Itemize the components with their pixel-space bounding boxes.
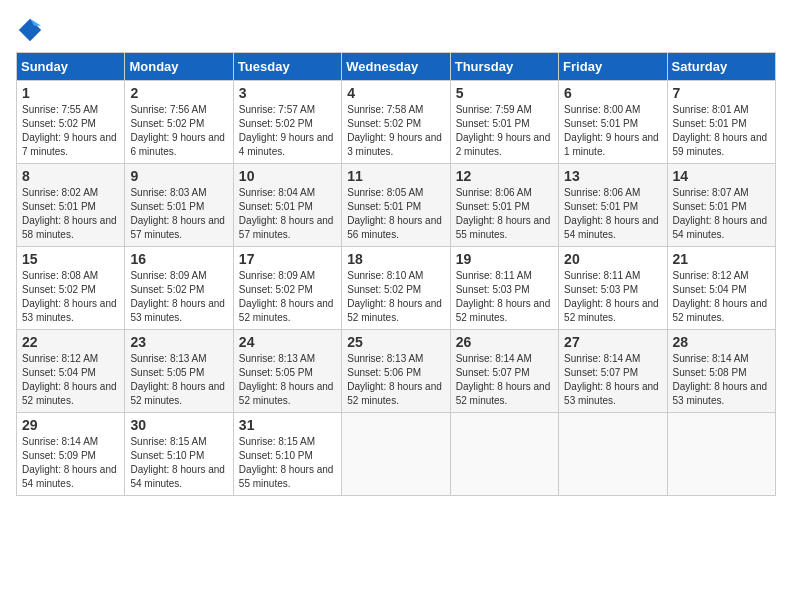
calendar-cell: 22 Sunrise: 8:12 AMSunset: 5:04 PMDaylig…: [17, 330, 125, 413]
calendar-cell: 27 Sunrise: 8:14 AMSunset: 5:07 PMDaylig…: [559, 330, 667, 413]
logo-icon: [16, 16, 44, 44]
day-number: 12: [456, 168, 553, 184]
calendar-cell: 24 Sunrise: 8:13 AMSunset: 5:05 PMDaylig…: [233, 330, 341, 413]
calendar-cell: 26 Sunrise: 8:14 AMSunset: 5:07 PMDaylig…: [450, 330, 558, 413]
calendar-cell: 6 Sunrise: 8:00 AMSunset: 5:01 PMDayligh…: [559, 81, 667, 164]
day-info: Sunrise: 8:12 AMSunset: 5:04 PMDaylight:…: [22, 352, 119, 408]
day-info: Sunrise: 8:14 AMSunset: 5:07 PMDaylight:…: [456, 352, 553, 408]
day-info: Sunrise: 8:08 AMSunset: 5:02 PMDaylight:…: [22, 269, 119, 325]
calendar-cell: 9 Sunrise: 8:03 AMSunset: 5:01 PMDayligh…: [125, 164, 233, 247]
day-info: Sunrise: 8:11 AMSunset: 5:03 PMDaylight:…: [564, 269, 661, 325]
day-number: 17: [239, 251, 336, 267]
calendar-cell: 20 Sunrise: 8:11 AMSunset: 5:03 PMDaylig…: [559, 247, 667, 330]
day-info: Sunrise: 8:07 AMSunset: 5:01 PMDaylight:…: [673, 186, 770, 242]
calendar-cell: 19 Sunrise: 8:11 AMSunset: 5:03 PMDaylig…: [450, 247, 558, 330]
day-info: Sunrise: 8:14 AMSunset: 5:09 PMDaylight:…: [22, 435, 119, 491]
day-info: Sunrise: 7:58 AMSunset: 5:02 PMDaylight:…: [347, 103, 444, 159]
calendar-cell: 4 Sunrise: 7:58 AMSunset: 5:02 PMDayligh…: [342, 81, 450, 164]
calendar-cell: 31 Sunrise: 8:15 AMSunset: 5:10 PMDaylig…: [233, 413, 341, 496]
day-number: 25: [347, 334, 444, 350]
calendar-cell: [559, 413, 667, 496]
day-info: Sunrise: 8:02 AMSunset: 5:01 PMDaylight:…: [22, 186, 119, 242]
calendar-cell: [342, 413, 450, 496]
calendar-week-row: 22 Sunrise: 8:12 AMSunset: 5:04 PMDaylig…: [17, 330, 776, 413]
day-number: 3: [239, 85, 336, 101]
day-number: 31: [239, 417, 336, 433]
calendar-day-header: Sunday: [17, 53, 125, 81]
day-info: Sunrise: 8:15 AMSunset: 5:10 PMDaylight:…: [239, 435, 336, 491]
day-info: Sunrise: 8:13 AMSunset: 5:05 PMDaylight:…: [130, 352, 227, 408]
svg-marker-0: [19, 19, 41, 41]
day-info: Sunrise: 8:13 AMSunset: 5:05 PMDaylight:…: [239, 352, 336, 408]
page-header: [16, 16, 776, 44]
calendar-cell: 25 Sunrise: 8:13 AMSunset: 5:06 PMDaylig…: [342, 330, 450, 413]
day-number: 24: [239, 334, 336, 350]
calendar-cell: 5 Sunrise: 7:59 AMSunset: 5:01 PMDayligh…: [450, 81, 558, 164]
day-number: 9: [130, 168, 227, 184]
calendar-cell: 16 Sunrise: 8:09 AMSunset: 5:02 PMDaylig…: [125, 247, 233, 330]
day-info: Sunrise: 8:13 AMSunset: 5:06 PMDaylight:…: [347, 352, 444, 408]
day-number: 11: [347, 168, 444, 184]
calendar-cell: 30 Sunrise: 8:15 AMSunset: 5:10 PMDaylig…: [125, 413, 233, 496]
calendar-cell: 11 Sunrise: 8:05 AMSunset: 5:01 PMDaylig…: [342, 164, 450, 247]
calendar-cell: 21 Sunrise: 8:12 AMSunset: 5:04 PMDaylig…: [667, 247, 775, 330]
calendar-cell: 18 Sunrise: 8:10 AMSunset: 5:02 PMDaylig…: [342, 247, 450, 330]
logo: [16, 16, 48, 44]
calendar-cell: 3 Sunrise: 7:57 AMSunset: 5:02 PMDayligh…: [233, 81, 341, 164]
calendar-cell: 23 Sunrise: 8:13 AMSunset: 5:05 PMDaylig…: [125, 330, 233, 413]
calendar-day-header: Saturday: [667, 53, 775, 81]
day-info: Sunrise: 8:12 AMSunset: 5:04 PMDaylight:…: [673, 269, 770, 325]
calendar-day-header: Tuesday: [233, 53, 341, 81]
day-info: Sunrise: 8:05 AMSunset: 5:01 PMDaylight:…: [347, 186, 444, 242]
calendar-cell: 7 Sunrise: 8:01 AMSunset: 5:01 PMDayligh…: [667, 81, 775, 164]
calendar-body: 1 Sunrise: 7:55 AMSunset: 5:02 PMDayligh…: [17, 81, 776, 496]
day-info: Sunrise: 8:14 AMSunset: 5:07 PMDaylight:…: [564, 352, 661, 408]
day-info: Sunrise: 8:15 AMSunset: 5:10 PMDaylight:…: [130, 435, 227, 491]
calendar-cell: [450, 413, 558, 496]
calendar-day-header: Wednesday: [342, 53, 450, 81]
day-number: 15: [22, 251, 119, 267]
day-info: Sunrise: 8:09 AMSunset: 5:02 PMDaylight:…: [239, 269, 336, 325]
day-number: 14: [673, 168, 770, 184]
day-number: 20: [564, 251, 661, 267]
calendar-day-header: Monday: [125, 53, 233, 81]
calendar-cell: 28 Sunrise: 8:14 AMSunset: 5:08 PMDaylig…: [667, 330, 775, 413]
day-number: 21: [673, 251, 770, 267]
day-info: Sunrise: 8:03 AMSunset: 5:01 PMDaylight:…: [130, 186, 227, 242]
day-number: 5: [456, 85, 553, 101]
calendar-week-row: 29 Sunrise: 8:14 AMSunset: 5:09 PMDaylig…: [17, 413, 776, 496]
day-number: 4: [347, 85, 444, 101]
calendar-cell: [667, 413, 775, 496]
day-info: Sunrise: 8:00 AMSunset: 5:01 PMDaylight:…: [564, 103, 661, 159]
calendar-table: SundayMondayTuesdayWednesdayThursdayFrid…: [16, 52, 776, 496]
day-info: Sunrise: 8:11 AMSunset: 5:03 PMDaylight:…: [456, 269, 553, 325]
day-number: 30: [130, 417, 227, 433]
day-info: Sunrise: 8:14 AMSunset: 5:08 PMDaylight:…: [673, 352, 770, 408]
day-info: Sunrise: 8:06 AMSunset: 5:01 PMDaylight:…: [456, 186, 553, 242]
day-number: 13: [564, 168, 661, 184]
day-number: 6: [564, 85, 661, 101]
day-info: Sunrise: 7:56 AMSunset: 5:02 PMDaylight:…: [130, 103, 227, 159]
calendar-cell: 29 Sunrise: 8:14 AMSunset: 5:09 PMDaylig…: [17, 413, 125, 496]
day-info: Sunrise: 7:55 AMSunset: 5:02 PMDaylight:…: [22, 103, 119, 159]
day-info: Sunrise: 8:09 AMSunset: 5:02 PMDaylight:…: [130, 269, 227, 325]
calendar-cell: 14 Sunrise: 8:07 AMSunset: 5:01 PMDaylig…: [667, 164, 775, 247]
day-info: Sunrise: 7:57 AMSunset: 5:02 PMDaylight:…: [239, 103, 336, 159]
calendar-cell: 17 Sunrise: 8:09 AMSunset: 5:02 PMDaylig…: [233, 247, 341, 330]
calendar-day-header: Thursday: [450, 53, 558, 81]
day-number: 8: [22, 168, 119, 184]
day-info: Sunrise: 8:10 AMSunset: 5:02 PMDaylight:…: [347, 269, 444, 325]
day-info: Sunrise: 8:04 AMSunset: 5:01 PMDaylight:…: [239, 186, 336, 242]
day-number: 2: [130, 85, 227, 101]
calendar-header-row: SundayMondayTuesdayWednesdayThursdayFrid…: [17, 53, 776, 81]
day-number: 29: [22, 417, 119, 433]
calendar-week-row: 15 Sunrise: 8:08 AMSunset: 5:02 PMDaylig…: [17, 247, 776, 330]
day-number: 26: [456, 334, 553, 350]
day-number: 1: [22, 85, 119, 101]
calendar-week-row: 1 Sunrise: 7:55 AMSunset: 5:02 PMDayligh…: [17, 81, 776, 164]
calendar-cell: 1 Sunrise: 7:55 AMSunset: 5:02 PMDayligh…: [17, 81, 125, 164]
calendar-cell: 8 Sunrise: 8:02 AMSunset: 5:01 PMDayligh…: [17, 164, 125, 247]
day-number: 28: [673, 334, 770, 350]
calendar-cell: 12 Sunrise: 8:06 AMSunset: 5:01 PMDaylig…: [450, 164, 558, 247]
calendar-cell: 2 Sunrise: 7:56 AMSunset: 5:02 PMDayligh…: [125, 81, 233, 164]
